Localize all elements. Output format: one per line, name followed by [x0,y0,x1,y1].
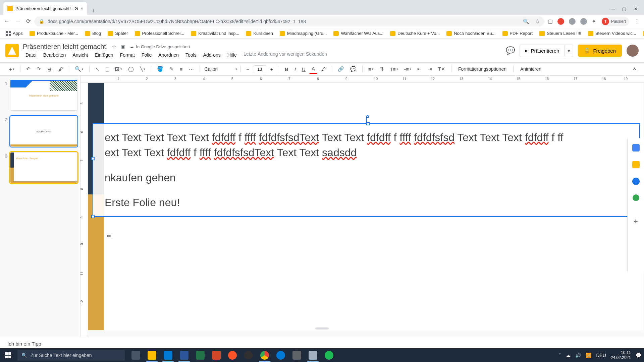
textbox-tool-icon[interactable]: ⌶ [103,65,111,74]
slide-thumbnail-3[interactable]: Erste Folie - Beispiel [10,152,77,183]
profile-button[interactable]: T Pausiert [601,17,629,26]
clear-format-icon[interactable]: T✕ [436,64,448,74]
new-tab-button[interactable]: + [87,8,100,15]
menu-einfuegen[interactable]: Einfügen [92,51,116,59]
font-size-input[interactable]: 13 [253,65,266,73]
fill-color-icon[interactable]: 🪣 [155,64,166,74]
text-line[interactable]: ext Text Text fdfdff f ffff fdfdfsfsdTex… [105,145,628,160]
last-edit-link[interactable]: Letzte Änderung vor wenigen Sekunden [241,51,327,59]
extensions-puzzle-icon[interactable]: ✦ [592,18,596,24]
cloud-search-icon[interactable] [633,194,639,201]
text-line[interactable]: Erste Folie neu! [105,195,628,210]
close-tab-icon[interactable]: × [80,6,83,11]
bookmark-item[interactable]: PDF Report [500,30,535,37]
animate-button[interactable]: Animieren [517,64,545,74]
keep-icon[interactable] [632,161,640,168]
numbered-list-icon[interactable]: 1≡▾ [388,65,400,74]
select-tool-icon[interactable]: ↖ [93,64,102,74]
bookmark-item[interactable]: Produktsuche - Mer... [28,30,80,37]
bookmark-item[interactable]: Deutsche Kurs + Vo... [388,30,442,37]
insert-comment-icon[interactable]: 💬 [348,64,359,74]
menu-addons[interactable]: Add-ons [201,51,223,59]
start-button[interactable] [0,348,16,362]
text-line[interactable]: ext Text Text Text Text fdfdff f ffff fd… [105,130,628,145]
user-avatar[interactable] [627,45,639,57]
bookmark-item[interactable]: Büro [641,30,644,37]
text-color-icon[interactable]: A [309,64,317,74]
excel-icon[interactable] [193,348,208,362]
bulleted-list-icon[interactable]: •≡▾ [402,65,414,74]
clock[interactable]: 10:11 24.02.2021 [611,350,631,360]
address-bar[interactable]: 🔒 docs.google.com/presentation/d/1yV372S… [34,16,544,26]
browser-tab[interactable]: Präsentieren leicht gemacht! - G × [3,2,87,15]
drive-status[interactable]: ☁ In Google Drive gespeichert [129,44,190,49]
bookmark-item[interactable]: Steuern Videos wic... [586,30,638,37]
text-line[interactable]: nkaufen gehen [105,170,628,185]
bookmark-item[interactable]: Wahlfächer WU Aus... [331,30,385,37]
align-icon[interactable]: ≡▾ [366,65,376,74]
powerpoint-icon[interactable] [209,348,224,362]
apps-button[interactable]: Apps [4,30,25,37]
bookmark-item[interactable]: Professionell Schrei... [133,30,186,37]
highlight-icon[interactable]: 🖍 [319,65,328,74]
line-tool-icon[interactable]: ╲▾ [138,64,148,74]
speaker-notes-handle[interactable] [315,327,329,329]
obs-icon[interactable] [241,348,256,362]
window-close-icon[interactable]: ✕ [633,6,638,11]
notepad-icon[interactable] [305,348,321,362]
canvas-area[interactable]: 1 2 3 4 5 6 7 8 9 10 11 12 13 14 15 16 1… [80,76,644,337]
format-options-button[interactable]: Formatierungsoptionen [455,64,510,74]
task-view-icon[interactable] [128,348,144,362]
volume-icon[interactable]: 🔊 [575,353,581,358]
text-box-selected[interactable]: ext Text Text Text Text fdfdff f ffff fd… [93,123,640,217]
underline-icon[interactable]: U [300,65,308,74]
onedrive-icon[interactable]: ☁ [566,353,571,358]
border-dash-icon[interactable]: ⋯ [186,64,196,74]
indent-increase-icon[interactable]: ⇥ [425,64,434,74]
notifications-icon[interactable]: 💬 [636,353,641,358]
indent-decrease-icon[interactable]: ⇤ [415,64,424,74]
image-tool-icon[interactable]: 🖼▾ [112,65,124,74]
extension-icon-2[interactable] [580,18,587,25]
menu-anordnen[interactable]: Anordnen [156,51,181,59]
menu-tools[interactable]: Tools [183,51,199,59]
line-spacing-icon[interactable]: ⇅ [377,64,386,74]
redo-icon[interactable]: ↷ [34,64,43,74]
print-icon[interactable]: 🖨 [45,65,54,74]
language-indicator[interactable]: DEU [596,353,606,358]
menu-format[interactable]: Format [117,51,138,59]
edge-icon[interactable] [273,348,288,362]
comments-icon[interactable]: 💬 [506,46,515,55]
slide-thumbnail-2[interactable]: SDVPROFRG [10,116,77,147]
bookmark-item[interactable]: Kreativität und Insp... [189,30,241,37]
menu-ansicht[interactable]: Ansicht [70,51,91,59]
window-maximize-icon[interactable]: ▢ [622,6,627,11]
back-icon[interactable]: ← [4,18,10,25]
new-slide-button[interactable]: + ▾ [7,65,17,74]
add-addon-icon[interactable]: + [634,217,638,226]
slide-canvas[interactable]: ext Text Text Text Text fdfdff f ffff fd… [88,83,643,330]
move-icon[interactable]: ▣ [120,44,125,50]
border-color-icon[interactable]: ✎ [167,64,176,74]
share-button[interactable]: 🔒 Freigeben [578,45,622,57]
slide-thumbnail-1[interactable]: Präsentieren leicht gemacht! [10,80,77,111]
zoom-icon[interactable]: 🔍▾ [72,64,86,74]
calendar-icon[interactable] [632,144,640,152]
zoom-icon[interactable]: 🔍 [523,18,529,24]
undo-icon[interactable]: ↶ [24,64,33,74]
font-selector[interactable]: Calibri [203,65,233,73]
reload-icon[interactable]: ⟳ [26,18,31,25]
brave-icon[interactable] [225,348,240,362]
rotate-handle[interactable] [366,115,369,118]
resize-handle-top[interactable] [366,122,370,125]
window-minimize-icon[interactable]: — [610,6,615,11]
star-icon[interactable]: ☆ [112,44,116,50]
file-explorer-icon[interactable] [144,348,160,362]
font-size-decrease[interactable]: − [244,65,252,74]
windows-search-input[interactable]: 🔍 Zur Suche Text hier eingeben [17,350,125,361]
insert-link-icon[interactable]: 🔗 [335,64,346,74]
chrome-icon[interactable] [257,348,272,362]
bookmark-item[interactable]: Mindmapping (Gru... [278,30,329,37]
present-button[interactable]: ▸ Präsentieren [520,45,565,57]
resize-handle-bottom-left[interactable] [91,215,95,218]
